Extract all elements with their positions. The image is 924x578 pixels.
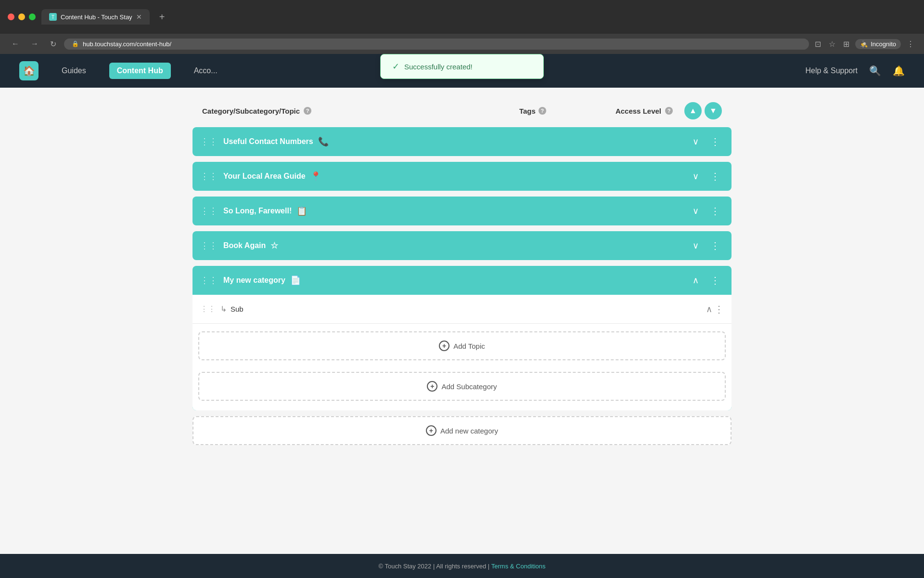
category-row[interactable]: ⋮⋮ Your Local Area Guide 📍 ∨ ⋮ [192,162,732,191]
expand-button[interactable]: ∨ [689,238,703,253]
toast-message: Successfully created! [404,63,473,71]
subcategory-section: ⋮⋮ ↳ Sub ∧ ⋮ + Add Topic [192,295,732,410]
access-info-icon[interactable]: ? [665,107,673,115]
category-actions: ∨ ⋮ [689,134,724,149]
my-new-category-header[interactable]: ⋮⋮ My new category 📄 ∧ ⋮ [192,266,732,295]
sub-actions: ∧ ⋮ [706,303,724,315]
cast-button[interactable]: ⊡ [813,38,823,51]
more-options-button[interactable]: ⋮ [706,134,724,149]
help-support-link[interactable]: Help & Support [805,66,858,75]
guides-nav-link[interactable]: Guides [54,63,94,79]
app-logo: 🏠 [19,61,38,80]
footer-copyright: © Touch Stay 2022 | All rights reserved … [378,563,489,570]
sub-more-options-button[interactable]: ⋮ [714,303,724,315]
drag-handle-icon: ⋮⋮ [200,136,218,147]
category-actions: ∧ ⋮ [689,273,724,288]
add-subcategory-button[interactable]: + Add Subcategory [198,372,726,401]
category-map-icon: 📍 [310,171,321,182]
add-topic-label: + Add Topic [439,341,485,351]
bookmark-button[interactable]: ☆ [827,38,837,51]
terms-conditions-link[interactable]: Terms & Conditions [491,563,546,570]
sort-up-button[interactable]: ▲ [684,102,702,119]
add-subcategory-text: Add Subcategory [441,382,497,391]
extensions-button[interactable]: ⊞ [841,38,851,51]
tags-info-icon[interactable]: ? [539,107,546,115]
category-info-icon[interactable]: ? [304,107,311,115]
sub-drag-handle-icon: ⋮⋮ [200,304,216,314]
url-text: hub.touchstay.com/content-hub/ [83,40,171,48]
access-column-label: Access Level [616,107,661,115]
category-name: My new category 📄 [223,275,689,286]
main-content: Category/Subcategory/Topic ? Tags ? Acce… [192,88,732,465]
drag-handle-icon: ⋮⋮ [200,275,218,286]
toast-container: ✓ Successfully created! [380,54,544,79]
more-options-button[interactable]: ⋮ [706,203,724,219]
browser-tab[interactable]: T Content Hub - Touch Stay ✕ [41,9,150,25]
subcategory-row: ⋮⋮ ↳ Sub ∧ ⋮ [192,295,732,324]
expand-button[interactable]: ∨ [689,204,703,218]
forward-button[interactable]: → [27,38,42,50]
category-row[interactable]: ⋮⋮ Useful Contact Numbers 📞 ∨ ⋮ [192,127,732,156]
notifications-button[interactable]: 🔔 [893,65,905,77]
new-tab-button[interactable]: + [155,10,169,25]
category-column-header: Category/Subcategory/Topic ? [202,107,519,115]
toast-success-icon: ✓ [392,61,399,72]
category-label: Useful Contact Numbers [223,137,313,146]
subcategory-name: Sub [231,305,706,313]
sort-down-button[interactable]: ▼ [705,102,722,119]
category-star-icon: ☆ [270,240,278,251]
incognito-badge: 🕵 Incognito [855,39,901,49]
category-clipboard-icon: 📋 [296,206,307,216]
tags-column-label: Tags [519,107,536,115]
browser-chrome: T Content Hub - Touch Stay ✕ + [0,0,924,34]
category-name: Book Again ☆ [223,240,689,251]
accounts-nav-link[interactable]: Acco... [186,63,225,79]
add-circle-icon: + [427,381,437,392]
more-options-button[interactable]: ⋮ [905,38,916,51]
minimize-window-button[interactable] [18,13,25,20]
column-headers: Category/Subcategory/Topic ? Tags ? Acce… [192,102,732,127]
category-label: My new category [223,276,285,285]
close-window-button[interactable] [8,13,14,20]
access-column-header: Access Level ? ▲ ▼ [616,102,722,119]
back-button[interactable]: ← [8,38,23,50]
add-circle-icon: + [426,425,436,436]
drag-handle-icon: ⋮⋮ [200,206,218,216]
add-circle-icon: + [439,341,449,351]
more-options-button[interactable]: ⋮ [706,169,724,184]
add-category-label: + Add new category [426,425,498,436]
category-name: Your Local Area Guide 📍 [223,171,689,182]
window-controls [8,13,36,20]
category-row[interactable]: ⋮⋮ Book Again ☆ ∨ ⋮ [192,231,732,260]
sub-arrow-icon: ↳ [220,304,227,314]
tab-close-button[interactable]: ✕ [136,13,142,21]
add-subcategory-label: + Add Subcategory [427,381,497,392]
add-topic-container: + Add Topic [192,324,732,366]
content-hub-nav-link[interactable]: Content Hub [109,63,171,79]
success-toast: ✓ Successfully created! [380,54,544,79]
expand-button[interactable]: ∨ [689,134,703,149]
category-label: Book Again [223,241,266,250]
my-new-category-expanded: ⋮⋮ My new category 📄 ∧ ⋮ ⋮⋮ ↳ Sub [192,266,732,410]
sort-buttons: ▲ ▼ [684,102,722,119]
category-phone-icon: 📞 [318,136,329,147]
expand-button[interactable]: ∨ [689,169,703,184]
add-new-category-button[interactable]: + Add new category [192,416,732,445]
address-bar[interactable]: 🔒 hub.touchstay.com/content-hub/ [64,39,809,50]
category-actions: ∨ ⋮ [689,169,724,184]
reload-button[interactable]: ↻ [46,38,60,51]
nav-right-controls: ⊡ ☆ ⊞ 🕵 Incognito ⋮ [813,38,916,51]
footer: © Touch Stay 2022 | All rights reserved … [0,554,924,578]
logo-icon: 🏠 [23,65,35,77]
add-topic-button[interactable]: + Add Topic [198,331,726,360]
add-topic-text: Add Topic [453,342,485,350]
category-row[interactable]: ⋮⋮ So Long, Farewell! 📋 ∨ ⋮ [192,197,732,225]
search-button[interactable]: 🔍 [869,65,881,77]
collapse-button[interactable]: ∧ [689,273,703,288]
more-options-button[interactable]: ⋮ [706,238,724,253]
sub-expand-button[interactable]: ∧ [706,304,712,315]
tab-title: Content Hub - Touch Stay [61,13,132,21]
maximize-window-button[interactable] [29,13,36,20]
more-options-button[interactable]: ⋮ [706,273,724,288]
category-label: Your Local Area Guide [223,172,306,181]
